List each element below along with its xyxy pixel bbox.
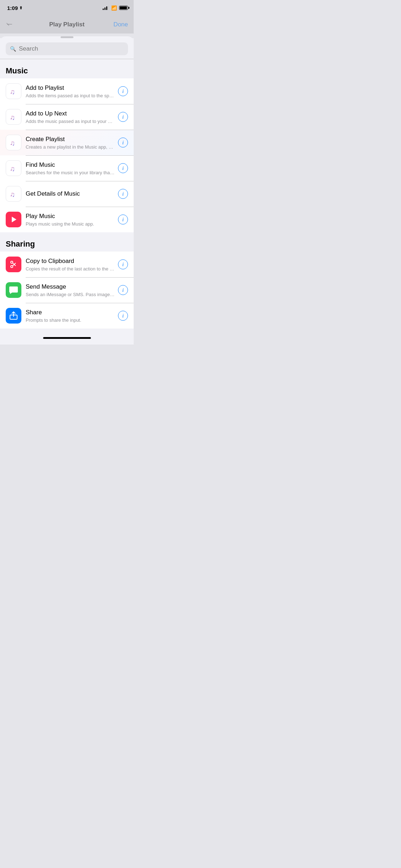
svg-text:♫: ♫: [10, 139, 15, 147]
svg-text:♫: ♫: [10, 114, 15, 121]
home-indicator: [43, 337, 91, 339]
add-to-up-next-content: Add to Up Next Adds the music passed as …: [26, 110, 115, 124]
time-display: 1:09: [7, 5, 18, 11]
copy-clipboard-subtitle: Copies the result of the last action to …: [26, 266, 115, 272]
get-details-music-item[interactable]: ♫ Get Details of Music i: [0, 181, 134, 207]
add-to-up-next-title: Add to Up Next: [26, 110, 115, 118]
create-playlist-icon: ♫: [6, 135, 21, 150]
create-playlist-item[interactable]: ♫ Create Playlist Creates a new playlist…: [0, 130, 134, 155]
share-title: Share: [26, 309, 115, 316]
wifi-icon: 📶: [111, 5, 117, 11]
find-music-item[interactable]: ♫ Find Music Searches for the music in y…: [0, 155, 134, 181]
play-music-icon: [6, 212, 21, 227]
location-icon: ⬆: [19, 6, 22, 10]
send-message-icon: [6, 282, 21, 298]
status-time: 1:09 ⬆: [7, 5, 22, 11]
find-music-info-btn[interactable]: i: [118, 163, 128, 173]
action-sheet: 🔍 Music ♫ Add to: [0, 36, 134, 345]
status-icons: 📶: [103, 5, 128, 11]
copy-clipboard-info-btn[interactable]: i: [118, 259, 128, 269]
copy-clipboard-item[interactable]: Copy to Clipboard Copies the result of t…: [0, 252, 134, 277]
status-bar: 1:09 ⬆ 📶: [0, 0, 134, 16]
svg-marker-7: [12, 217, 16, 222]
find-music-title: Find Music: [26, 161, 115, 169]
send-message-item[interactable]: Send Message Sends an iMessage or SMS. P…: [0, 277, 134, 303]
send-message-subtitle: Sends an iMessage or SMS. Pass images,…: [26, 292, 115, 297]
share-subtitle: Prompts to share the input.: [26, 317, 115, 323]
add-to-playlist-subtitle: Adds the items passed as input to the sp…: [26, 93, 115, 98]
add-to-playlist-title: Add to Playlist: [26, 84, 115, 92]
done-button[interactable]: Done: [113, 21, 128, 28]
search-input[interactable]: [19, 45, 124, 52]
play-music-content: Play Music Plays music using the Music a…: [26, 212, 115, 226]
search-bar[interactable]: 🔍: [6, 42, 128, 55]
copy-clipboard-content: Copy to Clipboard Copies the result of t…: [26, 257, 115, 271]
sharing-section-title: Sharing: [6, 239, 35, 248]
music-section-title: Music: [6, 66, 28, 75]
play-music-info-btn[interactable]: i: [118, 215, 128, 224]
share-icon: [6, 308, 21, 324]
send-message-title: Send Message: [26, 283, 115, 291]
play-music-title: Play Music: [26, 212, 115, 220]
music-section-header: Music: [0, 59, 134, 78]
sharing-list: Copy to Clipboard Copies the result of t…: [0, 252, 134, 329]
behind-sheet-header: Play Playlist Done: [0, 16, 134, 33]
svg-text:♫: ♫: [10, 88, 15, 95]
find-music-content: Find Music Searches for the music in you…: [26, 161, 115, 175]
add-to-playlist-info-btn[interactable]: i: [118, 86, 128, 96]
add-to-playlist-item[interactable]: ♫ Add to Playlist Adds the items passed …: [0, 78, 134, 104]
add-to-up-next-icon: ♫: [6, 109, 21, 125]
play-music-subtitle: Plays music using the Music app.: [26, 221, 115, 227]
get-details-music-icon: ♫: [6, 186, 21, 202]
search-container: 🔍: [0, 38, 134, 59]
get-details-music-content: Get Details of Music: [26, 190, 115, 198]
share-content: Share Prompts to share the input.: [26, 309, 115, 322]
find-music-icon: ♫: [6, 160, 21, 176]
add-to-up-next-info-btn[interactable]: i: [118, 112, 128, 122]
search-icon: 🔍: [10, 46, 16, 52]
create-playlist-title: Create Playlist: [26, 135, 115, 143]
svg-text:♫: ♫: [10, 191, 15, 198]
share-info-btn[interactable]: i: [118, 311, 128, 321]
get-details-music-title: Get Details of Music: [26, 190, 115, 198]
signal-bars: [103, 6, 109, 10]
music-list: ♫ Add to Playlist Adds the items passed …: [0, 78, 134, 232]
create-playlist-info-btn[interactable]: i: [118, 138, 128, 148]
send-message-info-btn[interactable]: i: [118, 285, 128, 295]
share-item[interactable]: Share Prompts to share the input. i: [0, 303, 134, 329]
add-to-up-next-item[interactable]: ♫ Add to Up Next Adds the music passed a…: [0, 104, 134, 130]
battery-icon: [119, 6, 128, 10]
find-music-subtitle: Searches for the music in your library t…: [26, 170, 115, 175]
copy-clipboard-icon: [6, 257, 21, 272]
sharing-section-header: Sharing: [0, 232, 134, 252]
add-to-up-next-subtitle: Adds the music passed as input to your U…: [26, 119, 115, 124]
behind-sheet-title: Play Playlist: [49, 21, 84, 28]
add-to-playlist-icon: ♫: [6, 83, 21, 99]
create-playlist-content: Create Playlist Creates a new playlist i…: [26, 135, 115, 149]
get-details-music-info-btn[interactable]: i: [118, 189, 128, 199]
create-playlist-subtitle: Creates a new playlist in the Music app,…: [26, 144, 115, 150]
play-music-item[interactable]: Play Music Plays music using the Music a…: [0, 207, 134, 232]
back-button[interactable]: [6, 20, 14, 29]
svg-text:♫: ♫: [10, 165, 15, 172]
send-message-content: Send Message Sends an iMessage or SMS. P…: [26, 283, 115, 297]
add-to-playlist-content: Add to Playlist Adds the items passed as…: [26, 84, 115, 98]
copy-clipboard-title: Copy to Clipboard: [26, 257, 115, 265]
